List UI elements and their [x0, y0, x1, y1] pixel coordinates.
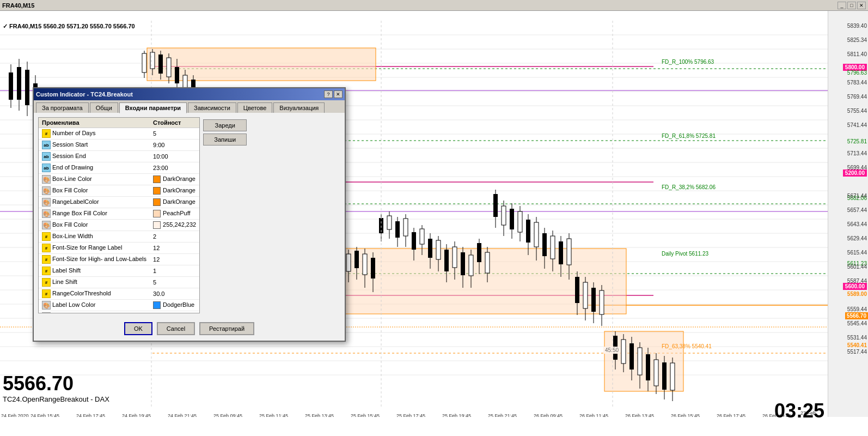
table-row[interactable]: 🎨Label High ColorDodgerBlue — [39, 311, 199, 314]
param-value-text: DarkOrange — [163, 187, 195, 193]
overlay-daily-pivot-label: Daily Pivot 5611.23 — [662, 251, 708, 257]
table-row[interactable]: #RangeColorThreshold30.0 — [39, 288, 199, 300]
table-row[interactable]: #Label Shift1 — [39, 265, 199, 277]
color-swatch — [153, 221, 161, 229]
param-value-text: DodgerBlue — [163, 313, 194, 313]
ab-icon: ab — [42, 141, 51, 149]
load-button[interactable]: Зареди — [203, 119, 247, 131]
table-row[interactable]: #Line Shift5 — [39, 277, 199, 288]
param-value-cell[interactable]: DarkOrange — [150, 197, 199, 208]
bottom-right-time: 03:25 — [774, 399, 824, 422]
param-name-cell: #RangeColorThreshold — [39, 288, 150, 300]
param-name-text: Label High Color — [52, 313, 97, 313]
param-value-text: 23:00 — [153, 165, 168, 171]
price-5629: 5629.44 — [847, 235, 867, 241]
tab-visualization[interactable]: Визуализация — [273, 102, 325, 113]
param-name-text: Font-Size for Range Label — [52, 244, 122, 251]
param-value-cell[interactable]: 255,242,232 — [150, 220, 199, 231]
dialog-title-controls: ? ✕ — [324, 90, 343, 98]
dialog-title: Custom Indicator - TC24.Breakout — [36, 91, 133, 98]
table-row[interactable]: 🎨Box Fill Color255,242,232 — [39, 220, 199, 231]
time-label-13: 26 Feb 11:45 — [579, 413, 608, 417]
table-row[interactable]: #Font-Size for High- and Low-Labels12 — [39, 254, 199, 265]
price-5741: 5741.44 — [847, 122, 867, 128]
svg-rect-42 — [17, 67, 21, 100]
param-value-cell[interactable]: 12 — [150, 254, 199, 265]
price-5531: 5531.44 — [847, 335, 867, 341]
table-row[interactable]: 🎨Label Low ColorDodgerBlue — [39, 300, 199, 311]
param-name-cell: 🎨Label Low Color — [39, 300, 150, 311]
param-name-cell: 🎨Label High Color — [39, 311, 150, 314]
color-swatch — [153, 198, 161, 206]
param-value-cell[interactable]: PeachPuff — [150, 208, 199, 220]
svg-rect-112 — [387, 216, 392, 229]
tab-colors[interactable]: Цветове — [237, 102, 272, 113]
param-name-text: End of Drawing — [52, 164, 93, 171]
param-value-cell[interactable]: 5 — [150, 277, 199, 288]
num-icon: # — [42, 267, 51, 275]
price-5545: 5545.44 — [847, 320, 867, 326]
price-5601: 5601.44 — [847, 264, 867, 270]
price-5517: 5517.44 — [847, 349, 867, 355]
param-value-cell[interactable]: 30.0 — [150, 288, 199, 300]
svg-rect-158 — [575, 277, 579, 303]
table-row[interactable]: abEnd of Drawing23:00 — [39, 162, 199, 174]
param-value-cell[interactable]: 2 — [150, 231, 199, 243]
ok-button[interactable]: OK — [124, 322, 152, 335]
tab-general[interactable]: Общи — [90, 102, 118, 113]
tab-dependencies[interactable]: Зависимости — [188, 102, 236, 113]
color-icon: 🎨 — [42, 198, 51, 207]
price-5657: 5657.44 — [847, 207, 867, 213]
time-label-7: 25 Feb 13:45 — [305, 413, 334, 417]
param-value-cell[interactable]: DarkOrange — [150, 185, 199, 197]
param-value-cell[interactable]: 12 — [150, 243, 199, 254]
price-fdr100: 5796.63 — [847, 70, 867, 76]
parameter-table: Променлива Стойност #Number of Days5abSe… — [39, 118, 199, 313]
param-value-cell[interactable]: DarkOrange — [150, 174, 199, 185]
svg-rect-76 — [167, 58, 171, 77]
table-row[interactable]: #Font-Size for Range Label12 — [39, 243, 199, 254]
svg-rect-168 — [621, 340, 626, 364]
table-row[interactable]: abSession End10:00 — [39, 151, 199, 162]
maximize-button[interactable]: □ — [847, 2, 856, 9]
tab-about[interactable]: За програмата — [36, 102, 89, 113]
indicator-label: TC24.OpenRangeBreakout - DAX — [3, 395, 109, 403]
param-value-cell[interactable]: 23:00 — [150, 162, 199, 174]
price-5615: 5615.44 — [847, 250, 867, 256]
parameter-table-wrapper[interactable]: Променлива Стойност #Number of Days5abSe… — [38, 117, 200, 313]
svg-rect-170 — [629, 343, 634, 370]
overlay-fdr382-label: FD_R_38,2% 5682.06 — [662, 184, 716, 190]
price-5559: 5559.44 — [847, 306, 867, 312]
cancel-button[interactable]: Cancel — [157, 322, 195, 335]
table-row[interactable]: #Box-Line Width2 — [39, 231, 199, 243]
timestamp-label-45-50: 45:50 — [603, 347, 620, 354]
param-value-cell[interactable]: 5 — [150, 128, 199, 140]
param-value-cell[interactable]: 9:00 — [150, 140, 199, 151]
minimize-button[interactable]: _ — [838, 2, 846, 9]
col-variable: Променлива — [39, 118, 150, 128]
param-value-cell[interactable]: DodgerBlue — [150, 311, 199, 314]
table-row[interactable]: 🎨RangeLabelColorDarkOrange — [39, 197, 199, 208]
dialog-titlebar: Custom Indicator - TC24.Breakout ? ✕ — [34, 88, 345, 100]
dialog-help-button[interactable]: ? — [324, 90, 333, 98]
table-row[interactable]: 🎨Box Fill ColorDarkOrange — [39, 185, 199, 197]
save-button[interactable]: Запиши — [203, 134, 247, 146]
color-icon: 🎨 — [42, 221, 51, 229]
table-row[interactable]: #Number of Days5 — [39, 128, 199, 140]
table-row[interactable]: 🎨Range Box Fill ColorPeachPuff — [39, 208, 199, 220]
param-value-text: DarkOrange — [163, 198, 195, 205]
param-value-cell[interactable]: DodgerBlue — [150, 300, 199, 311]
color-icon: 🎨 — [42, 301, 51, 310]
color-icon: 🎨 — [42, 209, 51, 218]
close-button[interactable]: ✕ — [857, 2, 866, 9]
table-row[interactable]: 🎨Box-Line ColorDarkOrange — [39, 174, 199, 185]
tab-input-params[interactable]: Входни параметри — [119, 102, 187, 113]
dialog-close-button[interactable]: ✕ — [334, 90, 343, 98]
svg-rect-136 — [485, 252, 490, 273]
svg-rect-106 — [363, 254, 367, 275]
param-value-cell[interactable]: 1 — [150, 265, 199, 277]
restart-button[interactable]: Рестартирай — [199, 322, 254, 335]
svg-rect-130 — [461, 252, 465, 275]
param-value-cell[interactable]: 10:00 — [150, 151, 199, 162]
table-row[interactable]: abSession Start9:00 — [39, 140, 199, 151]
